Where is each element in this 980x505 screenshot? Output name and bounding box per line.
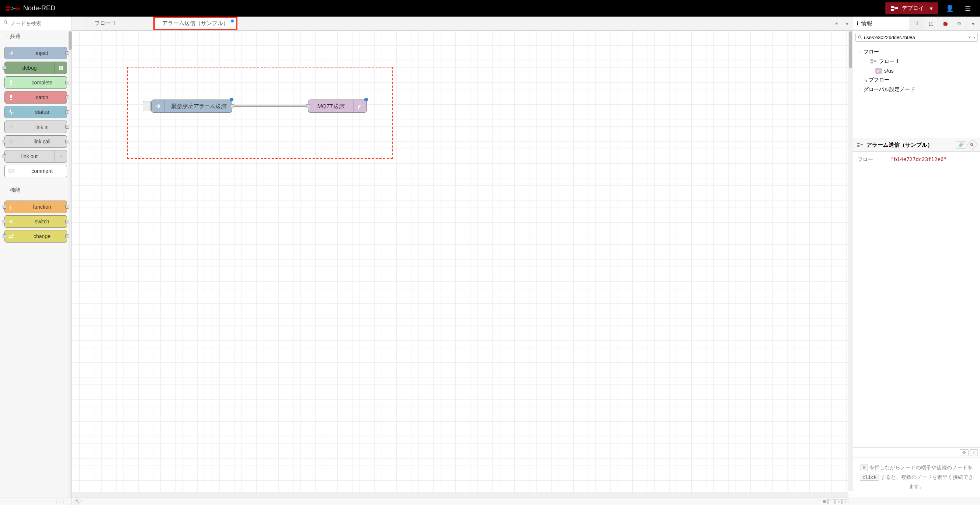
svg-rect-17 bbox=[874, 60, 877, 62]
sidebar-search-input[interactable] bbox=[864, 35, 966, 40]
info-icon: i bbox=[916, 21, 918, 27]
debug-icon bbox=[58, 65, 64, 71]
link-in-icon bbox=[8, 124, 14, 130]
selection-box bbox=[127, 67, 393, 159]
sidebar: i 情報 i 🕮 🐞 ⚙ ▾ ⚲ × ▾ ﹀フロー ﹀フロー 1 s/us bbox=[853, 17, 980, 498]
sidebar-icon-more[interactable]: ▾ bbox=[966, 17, 980, 30]
palette-node-switch[interactable]: switch bbox=[5, 215, 67, 228]
svg-rect-16 bbox=[870, 62, 873, 64]
exclaim-icon bbox=[8, 79, 14, 86]
svg-rect-0 bbox=[6, 6, 10, 8]
palette-node-debug[interactable]: debug bbox=[5, 62, 67, 74]
svg-text:f: f bbox=[10, 204, 12, 210]
link-button[interactable]: 🔗 bbox=[956, 141, 966, 149]
menu-icon[interactable]: ☰ bbox=[961, 2, 974, 15]
palette-node-complete[interactable]: complete bbox=[5, 76, 67, 89]
canvas-scrollbar-v[interactable] bbox=[848, 30, 853, 491]
palette-category-common[interactable]: 共通 bbox=[0, 30, 72, 43]
svg-rect-6 bbox=[59, 66, 60, 70]
svg-rect-20 bbox=[861, 144, 863, 145]
sidebar-tab-info[interactable]: i 情報 bbox=[853, 17, 910, 30]
deploy-button[interactable]: デプロイ ▾ bbox=[885, 2, 938, 14]
tree-global-config[interactable]: ›グローバル設定ノード bbox=[854, 85, 978, 94]
palette-collapse-down-button[interactable]: ﹀ bbox=[63, 499, 69, 504]
hint-close-button[interactable]: × bbox=[970, 449, 978, 456]
hint-text: ⌘ を押しながらノードの端子や後続のノードを click すると、複数のノードを… bbox=[853, 458, 980, 498]
clear-search-button[interactable]: × bbox=[968, 34, 971, 40]
palette-panel: 共通 inject debug complete catch status li… bbox=[0, 17, 72, 498]
add-tab-button[interactable]: ＋ bbox=[832, 19, 841, 29]
function-icon: f bbox=[8, 204, 14, 210]
sidebar-icon-help[interactable]: 🕮 bbox=[924, 17, 938, 30]
svg-rect-18 bbox=[857, 143, 859, 144]
book-icon: 🕮 bbox=[929, 21, 934, 27]
palette-category-function[interactable]: 機能 bbox=[0, 184, 72, 197]
wire[interactable] bbox=[231, 102, 312, 110]
tab-alarm-sample[interactable]: アラーム送信（サンプル） bbox=[153, 17, 237, 30]
user-icon[interactable]: 👤 bbox=[942, 2, 958, 15]
inject-trigger-button[interactable] bbox=[143, 101, 151, 111]
tab-flow-1[interactable]: フロー 1 bbox=[87, 17, 153, 30]
palette-node-link-call[interactable]: link call bbox=[5, 135, 67, 148]
svg-rect-1 bbox=[6, 9, 10, 11]
canvas-scrollbar-h[interactable] bbox=[72, 492, 848, 498]
svg-rect-12 bbox=[10, 99, 12, 100]
gear-icon: ⚙ bbox=[957, 21, 962, 27]
info-value-flow-id: "b14e727dc23f12e6" bbox=[891, 156, 947, 163]
tree-node-sus[interactable]: s/us bbox=[854, 66, 978, 75]
sidebar-icon-info[interactable]: i bbox=[910, 17, 924, 30]
hint-refresh-button[interactable]: ⟳ bbox=[960, 449, 969, 456]
search-button[interactable]: ⚲ bbox=[966, 139, 977, 150]
palette-node-comment[interactable]: comment bbox=[5, 165, 67, 177]
switch-icon bbox=[8, 219, 14, 224]
palette-node-status[interactable]: status bbox=[5, 106, 67, 118]
link-call-icon bbox=[8, 138, 14, 145]
link-out-icon bbox=[58, 153, 64, 159]
sidebar-icon-config[interactable]: ⚙ bbox=[952, 17, 966, 30]
palette-node-function[interactable]: ffunction bbox=[5, 200, 67, 213]
svg-rect-2 bbox=[16, 7, 20, 10]
mqtt-node-icon bbox=[875, 68, 882, 74]
footer: ︿ ﹀ ⚲ ⊞ − ○ + bbox=[0, 498, 980, 505]
palette-node-inject[interactable]: inject bbox=[5, 47, 67, 59]
flow-node-mqtt[interactable]: MQTT送信 bbox=[308, 100, 367, 113]
broadcast-icon bbox=[357, 103, 364, 110]
kbd-cmd: ⌘ bbox=[861, 464, 868, 471]
app-logo: Node-RED bbox=[6, 5, 55, 12]
palette-search-input[interactable] bbox=[3, 19, 68, 28]
palette-node-link-out[interactable]: link out bbox=[5, 150, 67, 162]
palette-scrollbar[interactable] bbox=[68, 31, 72, 498]
svg-rect-15 bbox=[870, 59, 873, 61]
palette-node-catch[interactable]: catch bbox=[5, 91, 67, 103]
zoom-in-button[interactable]: + bbox=[843, 499, 848, 504]
palette-collapse-up-button[interactable]: ︿ bbox=[56, 499, 62, 504]
dirty-indicator bbox=[231, 19, 234, 22]
svg-rect-7 bbox=[60, 66, 62, 70]
tree-flows[interactable]: ﹀フロー bbox=[854, 47, 978, 57]
flow-node-inject[interactable]: 緊急停止アラーム送信 bbox=[151, 100, 232, 113]
svg-rect-9 bbox=[10, 80, 12, 83]
zoom-out-button[interactable]: − bbox=[829, 499, 834, 504]
caret-down-icon: ▾ bbox=[930, 5, 933, 12]
svg-rect-5 bbox=[895, 7, 898, 9]
search-icon: ⚲ bbox=[856, 34, 863, 41]
navigator-button[interactable]: ⊞ bbox=[821, 499, 828, 504]
tree-flow-1[interactable]: ﹀フロー 1 bbox=[854, 57, 978, 66]
kbd-click: click bbox=[860, 474, 878, 481]
sidebar-icon-debug[interactable]: 🐞 bbox=[938, 17, 952, 30]
svg-rect-8 bbox=[62, 66, 63, 70]
palette-node-link-in[interactable]: link in bbox=[5, 121, 67, 133]
flow-icon bbox=[870, 59, 877, 65]
tab-menu-button[interactable]: ▾ bbox=[844, 19, 850, 28]
zoom-reset-button[interactable]: ○ bbox=[835, 499, 842, 504]
comment-icon bbox=[8, 168, 14, 174]
palette-search bbox=[0, 17, 72, 30]
search-caret-icon: ▾ bbox=[974, 35, 975, 40]
palette-node-change[interactable]: change bbox=[5, 230, 67, 243]
workspace: フロー 1 アラーム送信（サンプル） ＋ ▾ 緊急停止アラーム送信 MQTT送信 bbox=[72, 17, 853, 498]
canvas[interactable]: 緊急停止アラーム送信 MQTT送信 bbox=[72, 30, 853, 498]
flow-tabs: フロー 1 アラーム送信（サンプル） ＋ ▾ bbox=[72, 17, 853, 30]
tree-subflows[interactable]: ›サブフロー bbox=[854, 75, 978, 85]
deploy-icon bbox=[891, 6, 898, 11]
footer-search-button[interactable]: ⚲ bbox=[73, 497, 81, 505]
